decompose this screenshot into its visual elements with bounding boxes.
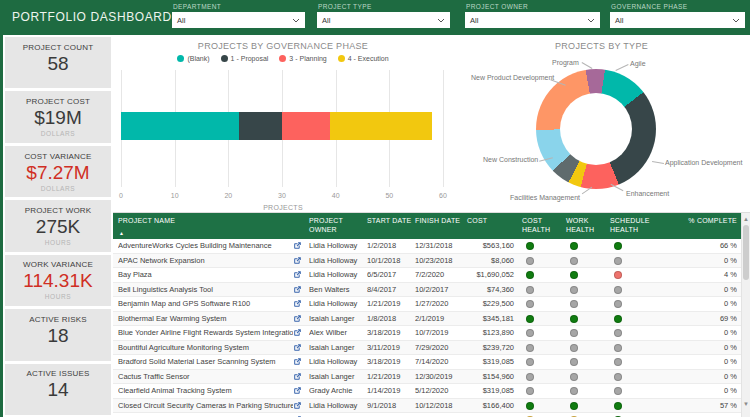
project-link-icon[interactable] <box>293 241 309 250</box>
pct-complete-cell: 0 % <box>660 285 737 294</box>
table-row[interactable]: Clearfield Animal Tracking System Grady … <box>113 384 750 399</box>
project-link-icon[interactable] <box>293 328 309 337</box>
kpi-label: ACTIVE RISKS <box>29 315 87 324</box>
col-header-start-date[interactable]: START DATE <box>367 216 415 225</box>
cost-health-indicator <box>522 401 566 410</box>
project-name-cell: Biothermal Ear Warming System <box>118 314 293 323</box>
cost-health-indicator <box>522 372 566 381</box>
scrollbar-thumb[interactable] <box>743 225 749 280</box>
legend-dot-icon <box>177 55 184 62</box>
table-row[interactable]: Bell Linguistics Analysis Tool Ben Walte… <box>113 283 750 298</box>
table-row[interactable]: Benjamin Map and GPS Software R100 Lidia… <box>113 297 750 312</box>
pct-complete-cell: 4 % <box>660 270 737 279</box>
project-link-icon[interactable] <box>293 386 309 395</box>
legend-item[interactable]: (Blank) <box>177 55 209 62</box>
project-link-icon[interactable] <box>293 256 309 265</box>
project-link-icon[interactable] <box>293 401 309 410</box>
cost-health-indicator <box>522 343 566 352</box>
kpi-value: 18 <box>47 325 68 347</box>
sort-ascending-icon[interactable]: ▲ <box>119 230 124 236</box>
start-date-cell: 10/1/2018 <box>367 256 415 265</box>
gridline <box>443 70 444 187</box>
start-date-cell: 8/4/2017 <box>367 285 415 294</box>
kpi-label: PROJECT COUNT <box>23 43 93 52</box>
table-row[interactable]: Bountiful Agriculture Monitoring System … <box>113 341 750 356</box>
col-header-project-name[interactable]: PROJECT NAME <box>118 216 293 225</box>
cost-cell: $563,160 <box>467 241 522 250</box>
cost-cell: $239,720 <box>467 343 522 352</box>
kpi-card-cost-variance[interactable]: COST VARIANCE $7.27M DOLLARS <box>5 146 111 197</box>
donut-ring[interactable] <box>536 69 656 189</box>
slice-label-facilities-management: Facilities Management <box>510 194 580 201</box>
filter-dropdown[interactable]: All <box>317 12 450 28</box>
table-row[interactable]: AdventureWorks Cycles Building Maintenan… <box>113 239 750 254</box>
bar-segment-3-planning[interactable] <box>282 112 330 140</box>
stacked-bar <box>121 112 443 140</box>
leader-line <box>615 64 628 71</box>
work-health-indicator <box>566 401 610 410</box>
table-row[interactable]: Bay Plaza Lidia Holloway 6/5/2017 7/2/20… <box>113 268 750 283</box>
legend-item[interactable]: 4 - Execution <box>338 55 389 62</box>
schedule-health-indicator <box>610 256 660 265</box>
table-row[interactable]: Coho Health Assessment Tool Alex Wilber … <box>113 413 750 417</box>
table-header-row: PROJECT NAME PROJECT OWNER START DATE FI… <box>113 213 750 239</box>
cost-cell: $166,400 <box>467 401 522 410</box>
filter-dropdown[interactable]: All <box>172 12 305 28</box>
legend-item[interactable]: 1 - Proposal <box>221 55 269 62</box>
bar-chart-title: PROJECTS BY GOVERNANCE PHASE <box>113 35 453 51</box>
table-row[interactable]: Cactus Traffic Sensor Isaiah Langer 1/21… <box>113 370 750 385</box>
kpi-card-project-count[interactable]: PROJECT COUNT 58 <box>5 37 111 88</box>
filter-dropdown[interactable]: All <box>465 12 600 28</box>
col-header-schedule-health[interactable]: SCHEDULE HEALTH <box>610 216 660 234</box>
project-link-icon[interactable] <box>293 285 309 294</box>
table-row[interactable]: Closed Circuit Security Cameras in Parki… <box>113 399 750 414</box>
scroll-up-icon[interactable]: ▲ <box>742 215 750 223</box>
legend-dot-icon <box>221 55 228 62</box>
leader-line <box>582 62 593 69</box>
table-row[interactable]: APAC Network Expansion Lidia Holloway 10… <box>113 254 750 269</box>
project-link-icon[interactable] <box>293 299 309 308</box>
charts-row: PROJECTS BY GOVERNANCE PHASE (Blank) 1 -… <box>113 35 750 212</box>
slice-label-program: Program <box>552 59 579 66</box>
scroll-down-icon[interactable]: ▼ <box>742 400 750 408</box>
table-row[interactable]: Blue Yonder Airline Flight Rewards Syste… <box>113 326 750 341</box>
table-row[interactable]: Biothermal Ear Warming System Isaiah Lan… <box>113 312 750 327</box>
kpi-card-work-variance[interactable]: WORK VARIANCE 114.31K HOURS <box>5 255 111 306</box>
main-area: PROJECTS BY GOVERNANCE PHASE (Blank) 1 -… <box>113 35 750 417</box>
kpi-label: PROJECT COST <box>26 97 90 106</box>
start-date-cell: 3/11/2019 <box>367 343 415 352</box>
project-link-icon[interactable] <box>293 343 309 352</box>
x-tick-label: 30 <box>278 192 286 199</box>
cost-cell: $8,060 <box>467 256 522 265</box>
slice-label-new-product-development: New Product Development <box>471 74 554 81</box>
col-header-project-owner[interactable]: PROJECT OWNER <box>309 216 367 234</box>
project-name-cell: APAC Network Expansion <box>118 256 293 265</box>
filter-dropdown[interactable]: All <box>610 12 745 28</box>
portfolio-dashboard: PORTFOLIO DASHBOARD DEPARTMENT All PROJE… <box>0 0 750 417</box>
finish-date-cell: 7/29/2020 <box>415 343 467 352</box>
start-date-cell: 1/2/2018 <box>367 241 415 250</box>
col-header-finish-date[interactable]: FINISH DATE <box>415 216 467 225</box>
kpi-label: ACTIVE ISSUES <box>26 369 89 378</box>
col-header-work-health[interactable]: WORK HEALTH <box>566 216 610 234</box>
project-link-icon[interactable] <box>293 357 309 366</box>
col-header-pct-complete[interactable]: % COMPLETE <box>660 216 737 225</box>
col-header-cost[interactable]: COST <box>467 216 522 225</box>
bar-segment-1-proposal[interactable] <box>239 112 282 140</box>
vertical-scrollbar[interactable]: ▲ ▼ <box>741 213 750 417</box>
project-link-icon[interactable] <box>293 314 309 323</box>
project-name-cell: Closed Circuit Security Cameras in Parki… <box>118 401 293 410</box>
bar-segment--blank-[interactable] <box>121 112 239 140</box>
project-link-icon[interactable] <box>293 270 309 279</box>
kpi-card-active-risks[interactable]: ACTIVE RISKS 18 <box>5 309 111 360</box>
kpi-sidebar: PROJECT COUNT 58 PROJECT COST $19M DOLLA… <box>0 35 113 417</box>
bar-segment-4-execution[interactable] <box>330 112 432 140</box>
kpi-card-active-issues[interactable]: ACTIVE ISSUES 14 <box>5 364 111 415</box>
project-link-icon[interactable] <box>293 372 309 381</box>
col-header-cost-health[interactable]: COST HEALTH <box>522 216 566 234</box>
table-row[interactable]: Bradford Solid Material Laser Scanning S… <box>113 355 750 370</box>
legend-item[interactable]: 3 - Planning <box>279 55 326 62</box>
filter-governance-phase: GOVERNANCE PHASE All <box>610 3 745 35</box>
kpi-card-project-work[interactable]: PROJECT WORK 275K HOURS <box>5 200 111 251</box>
kpi-card-project-cost[interactable]: PROJECT COST $19M DOLLARS <box>5 91 111 142</box>
